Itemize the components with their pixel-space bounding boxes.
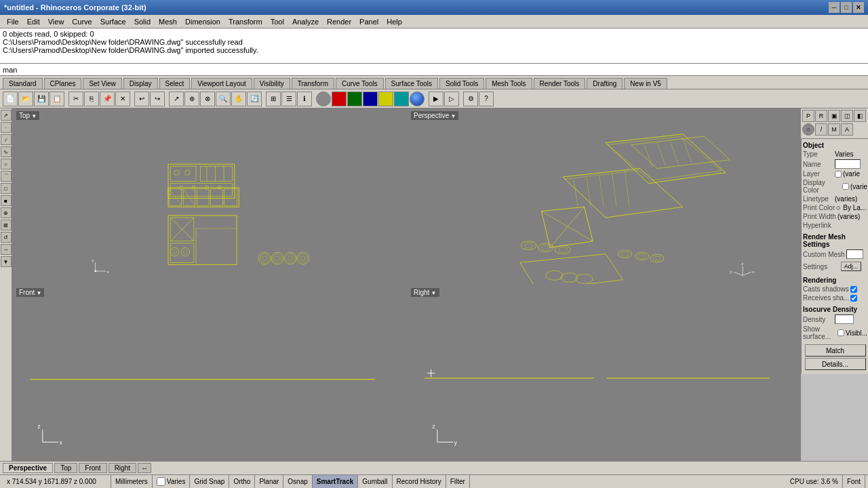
layer-checkbox[interactable] — [835, 171, 842, 178]
lt-dim[interactable]: ↔ — [1, 244, 12, 255]
panel-icon-line[interactable]: / — [815, 123, 827, 136]
panel-icon-font[interactable]: A — [841, 123, 853, 136]
tb-render2[interactable]: ▷ — [444, 92, 459, 106]
menu-surface[interactable]: Surface — [96, 16, 130, 27]
menu-view[interactable]: View — [44, 16, 68, 27]
sb-osnap[interactable]: Osnap — [283, 475, 312, 488]
tb-paste[interactable]: 📌 — [100, 92, 115, 106]
vp-tab-front[interactable]: Front — [79, 463, 106, 473]
show-surface-checkbox[interactable] — [837, 329, 844, 336]
tb-color-b[interactable] — [363, 92, 378, 106]
tb-cut[interactable]: ✂ — [68, 92, 83, 106]
lt-point[interactable]: · — [1, 122, 12, 133]
lt-arc[interactable]: ⌒ — [1, 171, 12, 182]
tb-help[interactable]: ? — [479, 92, 494, 106]
panel-icon-p[interactable]: P — [802, 110, 814, 122]
sb-planar[interactable]: Planar — [255, 475, 283, 488]
menu-help[interactable]: Help — [382, 16, 406, 27]
tb-snap[interactable]: ⊞ — [266, 92, 281, 106]
tab-solid-tools[interactable]: Solid Tools — [439, 78, 484, 89]
density-input[interactable] — [835, 314, 854, 324]
lt-select[interactable]: ↗ — [1, 110, 12, 121]
lt-pan[interactable]: ⊠ — [1, 220, 12, 230]
panel-icon-m1[interactable]: ▣ — [828, 110, 840, 122]
tab-viewport-layout[interactable]: Viewport Layout — [191, 78, 252, 89]
tb-render[interactable]: ▶ — [429, 92, 443, 106]
tab-standard[interactable]: Standard — [3, 78, 43, 89]
tab-render-tools[interactable]: Render Tools — [534, 78, 586, 89]
close-button[interactable]: ✕ — [853, 2, 864, 13]
details-button[interactable]: Details... — [805, 358, 866, 370]
maximize-button[interactable]: □ — [841, 2, 852, 13]
receives-sha-checkbox[interactable] — [850, 295, 857, 302]
panel-icon-r[interactable]: R — [815, 110, 827, 122]
sb-grid-snap[interactable]: Grid Snap — [190, 475, 229, 488]
panel-icon-m3[interactable]: ◧ — [854, 110, 866, 122]
tb-open[interactable]: 📂 — [18, 92, 33, 106]
sb-ortho[interactable]: Ortho — [229, 475, 255, 488]
menu-panel[interactable]: Panel — [355, 16, 382, 27]
tab-visibility[interactable]: Visibility — [254, 78, 290, 89]
display-color-checkbox[interactable] — [842, 183, 849, 190]
tb-undo[interactable]: ↩ — [134, 92, 149, 106]
tab-setview[interactable]: Set View — [83, 78, 121, 89]
menu-curve[interactable]: Curve — [68, 16, 96, 27]
viewport-perspective[interactable]: Perspective — [407, 108, 800, 284]
tab-curve-tools[interactable]: Curve Tools — [336, 78, 384, 89]
tab-display[interactable]: Display — [123, 78, 158, 89]
viewport-front[interactable]: Front x z — [12, 285, 406, 461]
menu-dimension[interactable]: Dimension — [181, 16, 224, 27]
name-input[interactable] — [835, 159, 861, 169]
tb-settings[interactable]: ⚙ — [463, 92, 478, 106]
menu-render[interactable]: Render — [323, 16, 355, 27]
tb-layer[interactable]: ☰ — [281, 92, 296, 106]
viewport-top-label[interactable]: Top — [16, 111, 39, 120]
tb-delete[interactable]: ✕ — [115, 92, 130, 106]
lt-line[interactable]: / — [1, 134, 12, 145]
viewport-top[interactable]: Top — [12, 108, 406, 284]
command-input[interactable] — [20, 66, 865, 74]
tab-new-in-v5[interactable]: New in V5 — [624, 78, 667, 89]
menu-transform[interactable]: Transform — [224, 16, 267, 27]
panel-icon-sphere[interactable]: ○ — [802, 123, 814, 136]
sb-smarttrack[interactable]: SmartTrack — [313, 475, 358, 488]
tb-zoom-sel[interactable]: ⊗ — [200, 92, 215, 106]
tb-redo[interactable]: ↪ — [150, 92, 165, 106]
tb-new[interactable]: 📄 — [3, 92, 18, 106]
tab-mesh-tools[interactable]: Mesh Tools — [486, 78, 532, 89]
tb-saveas[interactable]: 📋 — [50, 92, 64, 106]
tab-select[interactable]: Select — [159, 78, 191, 89]
viewport-perspective-label[interactable]: Perspective — [411, 111, 458, 120]
tb-color-globe[interactable] — [410, 92, 425, 106]
lt-circle[interactable]: ○ — [1, 159, 12, 169]
tb-save[interactable]: 💾 — [34, 92, 49, 106]
sb-filter[interactable]: Filter — [446, 475, 470, 488]
sb-record-history[interactable]: Record History — [393, 475, 446, 488]
custom-mesh-input[interactable] — [846, 249, 863, 259]
tb-color-r[interactable] — [332, 92, 347, 106]
menu-file[interactable]: File — [3, 16, 23, 27]
lt-curve[interactable]: ∿ — [1, 146, 12, 157]
vp-tab-arrow[interactable]: ↔ — [138, 463, 151, 473]
lt-arrow[interactable]: ▼ — [1, 256, 12, 267]
vp-tab-right[interactable]: Right — [108, 463, 136, 473]
minimize-button[interactable]: ─ — [829, 2, 840, 13]
sb-gumball[interactable]: Gumball — [358, 475, 392, 488]
tb-copy[interactable]: ⎘ — [84, 92, 99, 106]
vp-tab-perspective[interactable]: Perspective — [3, 463, 53, 473]
menu-solid[interactable]: Solid — [130, 16, 155, 27]
tb-select[interactable]: ↗ — [169, 92, 184, 106]
lt-rotate[interactable]: ↺ — [1, 232, 12, 243]
viewport-front-label[interactable]: Front — [16, 288, 44, 297]
tab-cplanes[interactable]: CPlanes — [44, 78, 82, 89]
casts-shadows-checkbox[interactable] — [850, 286, 857, 293]
menu-tool[interactable]: Tool — [267, 16, 288, 27]
tb-props[interactable]: ℹ — [297, 92, 312, 106]
panel-icon-m2[interactable]: ◫ — [841, 110, 853, 122]
tb-rotate[interactable]: 🔄 — [247, 92, 262, 106]
viewport-right[interactable]: Right y z — [407, 285, 800, 461]
varies-checkbox[interactable] — [157, 477, 165, 486]
tb-color-c[interactable] — [394, 92, 409, 106]
vp-tab-top[interactable]: Top — [54, 463, 77, 473]
menu-edit[interactable]: Edit — [23, 16, 44, 27]
